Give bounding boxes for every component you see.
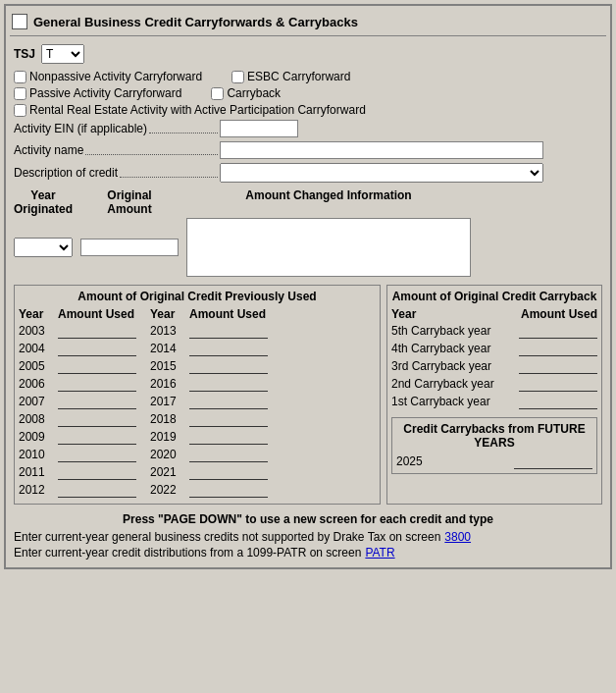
left-year-label: 2006 (19, 377, 54, 391)
esbc-label: ESBC Carryforward (247, 70, 350, 83)
left-table-row: 2005 2015 (19, 358, 376, 374)
right-amount-input[interactable] (189, 394, 268, 409)
right-amount-input[interactable] (189, 411, 268, 427)
amount-changed-header: Amount Changed Information (186, 188, 471, 216)
right-th-year: Year (391, 307, 416, 321)
right-table-row: 4th Carryback year (391, 341, 597, 356)
left-table-row: 2009 2019 (19, 429, 376, 445)
carryback-input[interactable] (519, 394, 597, 409)
right-amount-input[interactable] (189, 376, 268, 392)
nonpassive-checkbox[interactable] (14, 71, 26, 83)
passive-checkbox[interactable] (14, 87, 26, 100)
footer-line2-link[interactable]: PATR (365, 546, 394, 560)
footer-line1-link[interactable]: 3800 (444, 530, 471, 544)
carryback-input[interactable] (519, 376, 597, 392)
left-year-label: 2004 (19, 342, 54, 355)
left-amount-input[interactable] (58, 447, 136, 462)
rental-label: Rental Real Estate Activity with Active … (29, 103, 366, 117)
checkboxes-row2: Passive Activity Carryforward Carryback (14, 86, 602, 100)
carryback-checkbox-item: Carryback (211, 86, 281, 100)
esbc-checkbox[interactable] (231, 71, 244, 83)
checkboxes-row1: Nonpassive Activity Carryforward ESBC Ca… (14, 70, 602, 83)
right-year-label: 2016 (150, 377, 185, 391)
window-icon (12, 14, 27, 29)
left-amount-input[interactable] (58, 411, 136, 427)
tsj-select[interactable]: T S J (41, 44, 84, 64)
left-year-label: 2008 (19, 412, 54, 426)
right-amount-input[interactable] (189, 323, 268, 339)
right-amount-input[interactable] (189, 447, 268, 462)
rental-checkbox[interactable] (14, 104, 26, 117)
left-year-label: 2007 (19, 395, 54, 408)
right-year-label: 2020 (150, 448, 185, 461)
left-amount-input[interactable] (58, 464, 136, 480)
left-th-year: Year (19, 307, 54, 321)
left-amount-input[interactable] (58, 429, 136, 445)
left-credit-table: Amount of Original Credit Previously Use… (14, 285, 381, 505)
footer-links: Enter current-year general business cred… (14, 530, 602, 560)
right-year-label: 2022 (150, 483, 185, 497)
left-amount-input[interactable] (58, 323, 136, 339)
right-table-row: 2nd Carryback year (391, 376, 597, 392)
left-th-year2: Year (150, 307, 185, 321)
year-originated-select[interactable] (14, 238, 73, 257)
footer-row2: Enter current-year credit distributions … (14, 546, 602, 560)
rental-checkbox-item: Rental Real Estate Activity with Active … (14, 103, 366, 117)
left-year-label: 2010 (19, 448, 54, 461)
nonpassive-checkbox-item: Nonpassive Activity Carryforward (14, 70, 202, 83)
right-year-label: 2015 (150, 359, 185, 373)
right-rows-container: 5th Carryback year 4th Carryback year 3r… (391, 323, 597, 409)
left-table-row: 2007 2017 (19, 394, 376, 409)
amount-changed-box[interactable] (186, 218, 471, 277)
right-amount-input[interactable] (189, 358, 268, 374)
description-select[interactable] (220, 163, 543, 183)
carryback-label: Carryback (227, 86, 281, 100)
right-year-label: 2017 (150, 395, 185, 408)
left-table-row: 2004 2014 (19, 341, 376, 356)
carryback-input[interactable] (519, 341, 597, 356)
activity-name-input[interactable] (220, 141, 543, 159)
left-amount-input[interactable] (58, 341, 136, 356)
nonpassive-label: Nonpassive Activity Carryforward (29, 70, 202, 83)
activity-name-label: Activity name (14, 143, 83, 157)
right-amount-input[interactable] (189, 341, 268, 356)
carryback-input[interactable] (519, 323, 597, 339)
form-area: TSJ T S J Nonpassive Activity Carryforwa… (10, 42, 606, 563)
right-table-row: 5th Carryback year (391, 323, 597, 339)
left-table-row: 2011 2021 (19, 464, 376, 480)
left-table-headers: Year Amount Used Year Amount Used (19, 307, 376, 321)
left-amount-input[interactable] (58, 482, 136, 498)
right-year-label: 2019 (150, 430, 185, 444)
left-year-label: 2012 (19, 483, 54, 497)
carryback-checkbox[interactable] (211, 87, 224, 100)
main-window: General Business Credit Carryforwards & … (4, 4, 612, 569)
left-amount-input[interactable] (58, 394, 136, 409)
left-year-label: 2003 (19, 324, 54, 338)
left-table-row: 2008 2018 (19, 411, 376, 427)
future-year-input[interactable] (514, 453, 592, 469)
carryback-input[interactable] (519, 358, 597, 374)
footer-line2-text: Enter current-year credit distributions … (14, 546, 361, 560)
right-amount-input[interactable] (189, 482, 268, 498)
original-amount-input[interactable] (80, 239, 179, 256)
title-bar: General Business Credit Carryforwards & … (10, 10, 606, 36)
right-table-row: 3rd Carryback year (391, 358, 597, 374)
future-years-title: Credit Carrybacks from FUTURE YEARS (396, 422, 592, 450)
left-th-amount: Amount Used (58, 307, 136, 321)
left-amount-input[interactable] (58, 358, 136, 374)
right-table-headers: Year Amount Used (391, 307, 597, 321)
window-title: General Business Credit Carryforwards & … (33, 15, 358, 29)
future-years-box: Credit Carrybacks from FUTURE YEARS 2025 (391, 417, 597, 474)
carryback-label: 3rd Carryback year (391, 359, 519, 373)
tsj-label: TSJ (14, 47, 35, 61)
right-amount-input[interactable] (189, 464, 268, 480)
left-amount-input[interactable] (58, 376, 136, 392)
activity-ein-label: Activity EIN (if applicable) (14, 122, 147, 135)
left-year-label: 2005 (19, 359, 54, 373)
right-amount-input[interactable] (189, 429, 268, 445)
passive-label: Passive Activity Carryforward (29, 86, 181, 100)
activity-ein-input[interactable] (220, 120, 298, 137)
tsj-row: TSJ T S J (14, 44, 602, 64)
year-amount-section: YearOriginated OriginalAmount Amount Cha… (14, 188, 602, 277)
right-th-amount: Amount Used (521, 307, 597, 321)
